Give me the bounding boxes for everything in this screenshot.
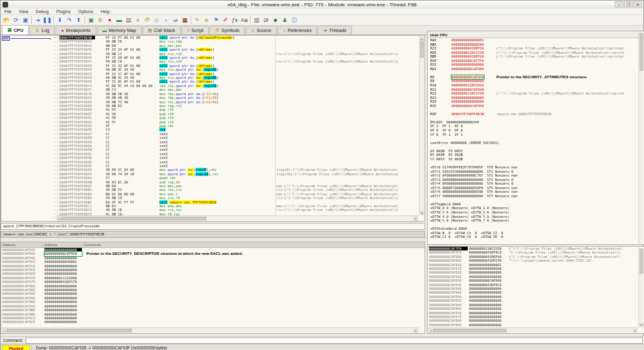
run-icon[interactable]: ➜ — [33, 16, 43, 24]
scroll-right-arrow[interactable]: ► — [413, 328, 418, 333]
dump-header-comments: Comments — [83, 242, 425, 247]
scroll-left-arrow[interactable]: ◄ — [2, 328, 7, 333]
register-line[interactable]: x87SW_C1 0 x87SW_C0 0 x87SW_IR 0 — [428, 235, 644, 239]
menu-item-options[interactable]: Options — [74, 9, 97, 14]
scroll-down-arrow[interactable]: ▼ — [639, 322, 644, 327]
dump-horizontal-scrollbar[interactable]: ◄ ► — [2, 327, 418, 332]
symbols-icon[interactable]: 🗗 — [143, 16, 152, 24]
hide-fpu-button[interactable]: Hide FPU — [428, 31, 644, 38]
font-icon[interactable]: Aa — [239, 16, 249, 24]
breakpoints-tab-icon: ● — [61, 28, 64, 33]
tab-label: Source — [256, 28, 271, 33]
tab-script[interactable]: ≡Script — [181, 26, 209, 34]
pause-icon[interactable]: ❚❚ — [43, 16, 52, 24]
search-icon[interactable]: ⌕ — [161, 16, 171, 24]
window-title: x64_dbg - File: vmware-vmx.exe - PID: 77… — [1, 2, 643, 8]
cpu-window-icon[interactable]: ▣ — [86, 16, 96, 24]
window-controls: –❐✕ — [615, 1, 642, 8]
scroll-right-arrow[interactable]: ► — [413, 216, 418, 221]
menu-item-file[interactable]: File — [1, 9, 15, 14]
symbols-tab-icon: 🗗 — [215, 28, 219, 33]
stack-horizontal-scrollbar[interactable]: ◄ ► — [428, 327, 638, 332]
tab-references[interactable]: ⌕References — [278, 26, 317, 34]
scroll-left-arrow[interactable]: ◄ — [56, 216, 61, 221]
maximize-button[interactable]: ❐ — [624, 1, 633, 8]
step-out-icon[interactable]: ⬆ — [74, 16, 83, 24]
scroll-thumb[interactable] — [61, 217, 206, 220]
command-input[interactable] — [26, 337, 643, 344]
stop-icon[interactable]: ▣ — [21, 16, 30, 24]
source-tab-icon: ◇ — [251, 28, 254, 33]
tab-source[interactable]: ◇Source — [246, 26, 277, 34]
tab-call-stack[interactable]: ▤Call Stack — [143, 26, 181, 34]
column-divider — [275, 36, 276, 216]
call-stack-icon[interactable]: ▤ — [124, 16, 133, 24]
scroll-right-arrow[interactable]: ► — [633, 328, 638, 333]
scroll-thumb[interactable] — [420, 41, 424, 58]
tab-symbols[interactable]: 🗗Symbols — [209, 26, 245, 34]
log-tab-icon: 🗎 — [35, 28, 39, 33]
register-text: x87SW_C1 0 x87SW_C0 0 x87SW_IR 0 — [430, 235, 638, 239]
scroll-thumb[interactable] — [433, 329, 506, 332]
tab-breakpoints[interactable]: ●Breakpoints — [56, 26, 96, 34]
menu-item-view[interactable]: View — [15, 9, 32, 14]
call-stack-tab-icon: ▤ — [148, 28, 153, 33]
menu-item-plugins[interactable]: Plugins — [53, 9, 74, 14]
pencil-icon[interactable]: ✎ — [193, 16, 202, 24]
disasm-vertical-scrollbar[interactable]: ▲ ▼ — [419, 36, 424, 215]
step-over-icon[interactable]: ↷ — [64, 16, 74, 24]
restart-icon[interactable]: ⟳ — [11, 16, 21, 24]
references-icon[interactable]: ➫ — [171, 16, 180, 24]
log-window-icon[interactable]: 🗎 — [96, 16, 105, 24]
donate-icon[interactable]: ♟ — [280, 16, 289, 24]
tab-label: Symbols — [221, 28, 239, 33]
toolbar-separator — [53, 16, 54, 24]
fx-icon[interactable]: ƒx — [230, 16, 239, 24]
breakpoint-icon[interactable]: ● — [105, 16, 114, 24]
tab-log[interactable]: 🗎Log — [29, 26, 55, 34]
stack-vertical-scrollbar[interactable]: ▼ — [638, 247, 643, 327]
toolbar-separator — [31, 16, 32, 24]
toolbar-separator — [84, 16, 85, 24]
scroll-left-arrow[interactable]: ◄ — [428, 328, 433, 333]
threads-icon[interactable]: ▦ — [180, 16, 189, 24]
comment-icon[interactable]: 🗈 — [202, 16, 211, 24]
scroll-thumb[interactable] — [640, 33, 643, 71]
stack-panel[interactable]: 0000000000CAF7F00000000012A51520L"\"C:\\… — [427, 246, 644, 334]
compile-icon[interactable]: 🖳 — [261, 16, 271, 24]
memory-map-icon[interactable]: ▬ — [114, 16, 124, 24]
menu-item-debug[interactable]: Debug — [32, 9, 53, 14]
scroll-thumb[interactable] — [7, 329, 132, 332]
scroll-thumb[interactable] — [640, 249, 643, 274]
memory-map-tab-icon: ▬ — [103, 28, 107, 33]
favourites-icon[interactable]: ☻ — [271, 16, 280, 24]
tab-label: Log — [41, 28, 49, 33]
tab-threads[interactable]: ➤Threads — [318, 26, 351, 34]
about-icon[interactable]: ⓘ — [289, 16, 299, 24]
close-button[interactable]: ✕ — [633, 1, 642, 8]
tab-label: References — [288, 28, 311, 33]
script-icon[interactable]: ≡ — [133, 16, 143, 24]
dump-panel[interactable]: Address Address Comments 0000000000CAF93… — [1, 242, 425, 334]
open-file-icon[interactable]: 📂 — [2, 16, 11, 24]
module-address-line: vmware-vmx.exe[90E3B] | ".text":00007FF7… — [1, 231, 425, 238]
settings-icon[interactable]: ▥ — [252, 16, 261, 24]
disasm-horizontal-scrollbar[interactable]: ◄ ► — [56, 215, 418, 220]
threads-tab-icon: ➤ — [323, 28, 327, 33]
tab-memory-map[interactable]: ▬Memory Map — [97, 26, 142, 34]
registers-panel[interactable]: Hide FPU RAX0000000000000001RBX000000000… — [427, 31, 644, 245]
source-icon[interactable]: ◇ — [152, 16, 161, 24]
registers-vertical-scrollbar[interactable] — [638, 32, 643, 244]
step-into-icon[interactable]: ⬇ — [55, 16, 64, 24]
dereference-info-line: qword [7FF768C0B838]=<kernel32.CreatePro… — [1, 223, 425, 230]
menu-item-help[interactable]: Help — [97, 9, 113, 14]
command-bar: Command: — [1, 336, 644, 344]
patch-icon[interactable]: ✐ — [221, 16, 230, 24]
minimize-button[interactable]: – — [615, 1, 623, 8]
disassembly-panel[interactable]: RIP ➤ •00007FF7685F0E3BFF 15 F7 A9 61 00… — [1, 35, 425, 222]
scroll-up-arrow[interactable]: ▲ — [420, 36, 425, 41]
dump-row[interactable]: 0000000000CAF9C80000000000000000 — [1, 320, 425, 324]
label-icon[interactable]: ⚑ — [211, 16, 221, 24]
scroll-down-arrow[interactable]: ▼ — [420, 210, 425, 215]
tab-cpu[interactable]: ▣CPU — [2, 25, 29, 34]
